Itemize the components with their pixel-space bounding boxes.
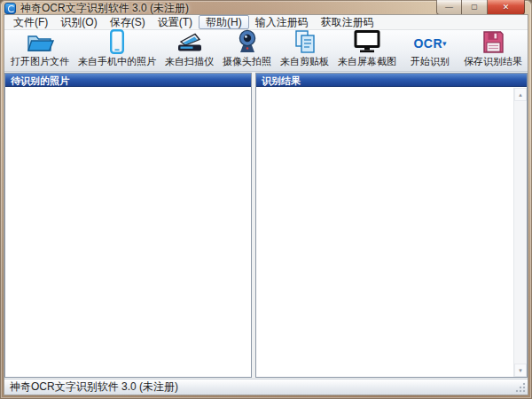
menu-save[interactable]: 保存(S) [104, 15, 152, 29]
save-floppy-icon [481, 30, 505, 54]
toolbar: 打开图片文件 来自手机中的照片 [4, 30, 528, 72]
window-controls: — ▢ ✕ [436, 0, 525, 15]
phone-photo-button[interactable]: 来自手机中的照片 [74, 31, 160, 71]
menu-file[interactable]: 文件(F) [7, 15, 54, 29]
toolbar-button-label: 来自剪贴板 [280, 55, 329, 68]
source-images-panel: 待识别的照片 [4, 73, 252, 378]
clipboard-button[interactable]: 来自剪贴板 [276, 31, 333, 71]
phone-photo-icon [109, 29, 125, 54]
open-image-button[interactable]: 打开图片文件 [6, 31, 74, 71]
scroll-up-icon[interactable]: ▲ [514, 88, 527, 101]
result-text-area[interactable] [256, 87, 527, 377]
scroll-down-icon[interactable]: ▼ [514, 364, 527, 377]
close-button[interactable]: ✕ [488, 0, 525, 15]
menu-bar: 文件(F) 识别(O) 保存(S) 设置(T) 帮助(H) 输入注册码 获取注册… [4, 15, 528, 30]
source-images-list[interactable] [5, 87, 251, 377]
menu-get-license[interactable]: 获取注册码 [315, 15, 380, 29]
app-logo-icon [4, 3, 16, 14]
menu-settings[interactable]: 设置(T) [152, 15, 199, 29]
status-bar: 神奇OCR文字识别软件 3.0 (未注册) [4, 379, 528, 395]
menu-help[interactable]: 帮助(H) [199, 15, 249, 29]
result-scrollbar[interactable]: ▲ ▼ [513, 88, 527, 377]
start-ocr-button[interactable]: OCR▾ 开始识别 [406, 31, 454, 71]
status-text: 神奇OCR文字识别软件 3.0 (未注册) [10, 379, 178, 395]
toolbar-button-label: 开始识别 [411, 55, 450, 68]
toolbar-button-label: 摄像头拍照 [223, 55, 271, 68]
toolbar-button-label: 打开图片文件 [11, 55, 69, 68]
save-result-button[interactable]: 保存识别结果 [459, 31, 527, 71]
result-panel-header: 识别结果 [256, 74, 527, 87]
title-bar[interactable]: 神奇OCR文字识别软件 3.0 (未注册) — ▢ ✕ [0, 0, 532, 14]
result-panel: 识别结果 ▲ ▼ [255, 73, 528, 378]
main-area: 待识别的照片 识别结果 ▲ ▼ [4, 72, 528, 379]
screen-capture-icon [353, 29, 381, 54]
webcam-button[interactable]: 摄像头拍照 [218, 31, 276, 71]
ocr-start-icon: OCR▾ [413, 32, 446, 54]
dropdown-caret-icon: ▾ [442, 39, 447, 48]
menu-recognize[interactable]: 识别(O) [54, 15, 103, 29]
clipboard-icon [293, 29, 317, 54]
toolbar-button-label: 来自屏幕截图 [338, 55, 396, 68]
open-image-folder-icon [27, 31, 54, 54]
toolbar-button-label: 来自手机中的照片 [78, 55, 156, 68]
screen-capture-button[interactable]: 来自屏幕截图 [333, 31, 401, 71]
menu-enter-license[interactable]: 输入注册码 [249, 15, 315, 29]
window-title: 神奇OCR文字识别软件 3.0 (未注册) [20, 1, 189, 16]
scanner-button[interactable]: 来自扫描仪 [160, 31, 218, 71]
scanner-icon [176, 31, 203, 54]
source-panel-header: 待识别的照片 [5, 74, 251, 87]
toolbar-button-label: 来自扫描仪 [165, 55, 214, 68]
toolbar-button-label: 保存识别结果 [464, 55, 522, 68]
minimize-button[interactable]: — [436, 0, 462, 15]
resize-grip-icon[interactable] [515, 382, 526, 393]
maximize-button[interactable]: ▢ [462, 0, 488, 15]
client-area: 文件(F) 识别(O) 保存(S) 设置(T) 帮助(H) 输入注册码 获取注册… [4, 14, 528, 395]
webcam-icon [238, 29, 257, 54]
app-window: 神奇OCR文字识别软件 3.0 (未注册) — ▢ ✕ 文件(F) 识别(O) … [0, 0, 532, 399]
